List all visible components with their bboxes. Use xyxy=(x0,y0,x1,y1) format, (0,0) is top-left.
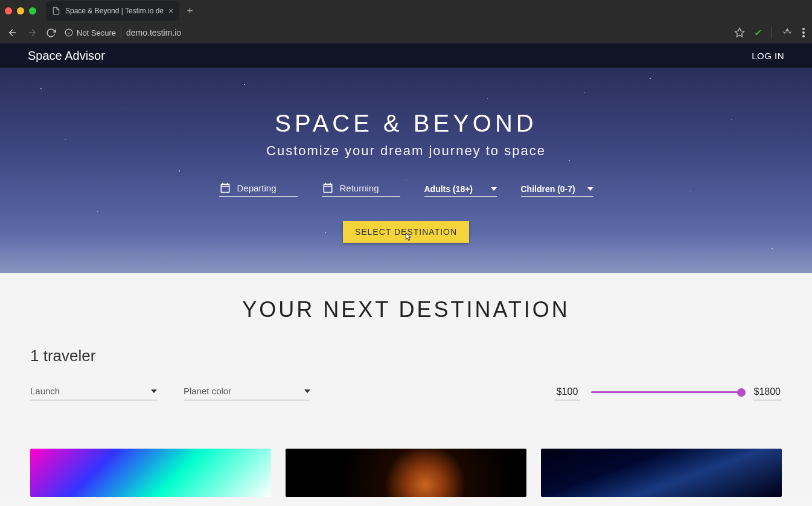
destination-cards xyxy=(30,449,782,497)
url-area[interactable]: Not Secure demo.testim.io xyxy=(65,28,726,37)
reload-button[interactable] xyxy=(46,28,56,38)
tab-bar: Space & Beyond | Testim.io de × + xyxy=(0,0,812,22)
price-min[interactable]: $100 xyxy=(555,384,580,400)
forward-button[interactable] xyxy=(27,27,37,38)
planet-color-select[interactable]: Planet color xyxy=(184,382,310,400)
close-tab-icon[interactable]: × xyxy=(168,6,173,16)
planet-color-label: Planet color xyxy=(184,386,231,396)
content-section: YOUR NEXT DESTINATION 1 traveler Launch … xyxy=(0,273,812,497)
minimize-window-icon[interactable] xyxy=(17,7,24,14)
hero-subtitle: Customize your dream journey to space xyxy=(266,143,546,159)
launch-select[interactable]: Launch xyxy=(30,382,157,400)
divider xyxy=(121,28,121,37)
menu-icon[interactable] xyxy=(802,28,805,37)
address-bar: Not Secure demo.testim.io ✓ xyxy=(0,22,812,43)
traveler-count: 1 traveler xyxy=(30,347,782,365)
page-icon xyxy=(52,7,60,15)
price-filter: $100 $1800 xyxy=(555,384,782,400)
url-text: demo.testim.io xyxy=(126,28,181,37)
svg-marker-5 xyxy=(735,28,744,37)
stars-background xyxy=(0,68,812,273)
tab-title: Space & Beyond | Testim.io de xyxy=(65,7,164,15)
divider xyxy=(772,27,772,38)
svg-point-6 xyxy=(802,28,805,30)
section-title: YOUR NEXT DESTINATION xyxy=(30,297,782,322)
filters-row: Launch Planet color $100 $1800 xyxy=(30,382,782,400)
close-window-icon[interactable] xyxy=(5,7,12,14)
star-icon[interactable] xyxy=(734,27,745,38)
svg-point-7 xyxy=(802,31,805,34)
new-tab-button[interactable]: + xyxy=(187,5,193,18)
back-button[interactable] xyxy=(7,27,18,38)
destination-card[interactable] xyxy=(286,449,526,497)
destination-card[interactable] xyxy=(541,449,782,497)
maximize-window-icon[interactable] xyxy=(29,7,36,14)
launch-label: Launch xyxy=(30,386,60,396)
info-icon xyxy=(65,28,73,37)
slider-thumb[interactable] xyxy=(737,388,746,397)
svg-point-8 xyxy=(802,35,805,37)
chevron-down-icon xyxy=(151,389,157,393)
security-indicator[interactable]: Not Secure xyxy=(65,28,116,37)
browser-chrome: Space & Beyond | Testim.io de × + Not Se… xyxy=(0,0,812,43)
extension-icon[interactable]: ✓ xyxy=(754,28,762,37)
brand-logo[interactable]: Space Advisor xyxy=(28,49,105,63)
toolbar-right: ✓ xyxy=(734,27,805,38)
login-link[interactable]: LOG IN xyxy=(752,51,784,61)
hero-section: SPACE & BEYOND Customize your dream jour… xyxy=(0,68,812,273)
site-nav: Space Advisor LOG IN xyxy=(0,43,812,68)
incognito-icon[interactable] xyxy=(782,27,793,38)
price-max[interactable]: $1800 xyxy=(753,384,782,400)
destination-card[interactable] xyxy=(30,449,271,497)
chevron-down-icon xyxy=(304,389,310,393)
window-controls xyxy=(5,7,36,14)
browser-tab[interactable]: Space & Beyond | Testim.io de × xyxy=(46,1,179,21)
security-label: Not Secure xyxy=(77,28,116,37)
price-slider[interactable] xyxy=(591,391,742,393)
